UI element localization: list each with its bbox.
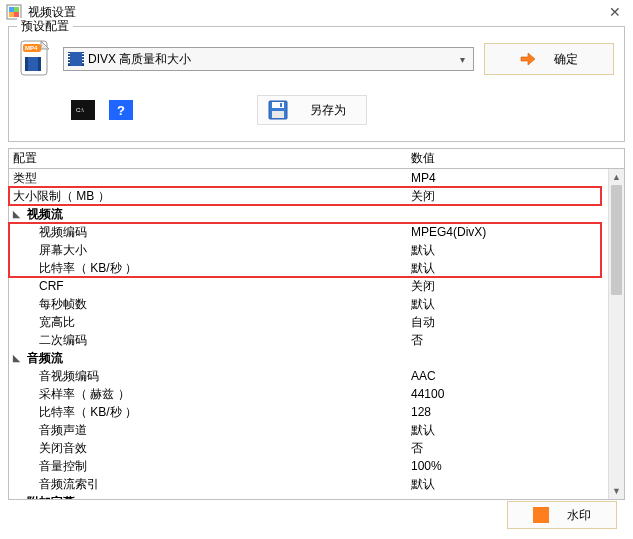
svg-rect-1	[9, 7, 14, 12]
preset-legend: 预设配置	[17, 18, 73, 35]
row-value: 否	[407, 332, 608, 349]
row-value: 关闭	[407, 188, 608, 205]
svg-rect-4	[14, 12, 19, 17]
watermark-button[interactable]: 水印	[507, 501, 617, 529]
confirm-button[interactable]: 确定	[484, 43, 614, 75]
row-value: 默认	[407, 476, 608, 493]
grid-item-row[interactable]: 比特率（ KB/秒 ）默认	[9, 259, 608, 277]
svg-rect-15	[68, 56, 70, 57]
row-label: 大小限制（ MB ）	[13, 188, 110, 205]
chevron-down-icon: ▾	[456, 54, 469, 65]
row-value: 44100	[407, 387, 608, 401]
row-label: 宽高比	[39, 314, 75, 331]
grid-group-row[interactable]: ◣视频流	[9, 205, 608, 223]
svg-rect-21	[82, 62, 84, 63]
svg-rect-27	[280, 103, 282, 107]
svg-rect-19	[82, 56, 84, 57]
col-value: 数值	[407, 150, 624, 167]
grid-item-row[interactable]: 视频编码MPEG4(DivX)	[9, 223, 608, 241]
svg-rect-3	[9, 12, 14, 17]
grid-item-row[interactable]: CRF关闭	[9, 277, 608, 295]
row-label: 采样率（ 赫兹 ）	[39, 386, 130, 403]
row-value: 默认	[407, 296, 608, 313]
grid-item-row[interactable]: 音频声道默认	[9, 421, 608, 439]
row-label: 类型	[13, 170, 37, 187]
cmd-button[interactable]: C:\	[71, 100, 95, 120]
svg-text:MP4: MP4	[25, 45, 38, 51]
row-label: 附加字幕	[27, 494, 75, 500]
triangle-collapse-icon[interactable]: ◣	[13, 209, 23, 219]
preset-select-text: DIVX 高质量和大小	[88, 51, 456, 68]
svg-rect-14	[68, 53, 70, 54]
titlebar: 视频设置 ✕	[0, 0, 633, 24]
row-value: MPEG4(DivX)	[407, 225, 608, 239]
grid-item-row[interactable]: 类型MP4	[9, 169, 608, 187]
grid-item-row[interactable]: 比特率（ KB/秒 ）128	[9, 403, 608, 421]
row-label: 屏幕大小	[39, 242, 87, 259]
close-icon[interactable]: ✕	[603, 4, 627, 20]
preset-groupbox: 预设配置 MP4 DIVX 高质量和大小 ▾	[8, 26, 625, 142]
grid-item-row[interactable]: 屏幕大小默认	[9, 241, 608, 259]
row-value: 100%	[407, 459, 608, 473]
triangle-collapse-icon[interactable]: ◣	[13, 497, 23, 499]
svg-rect-18	[82, 53, 84, 54]
row-value: 自动	[407, 314, 608, 331]
row-value: 默认	[407, 242, 608, 259]
svg-rect-10	[38, 57, 41, 71]
row-label: 比特率（ KB/秒 ）	[39, 404, 137, 421]
grid-item-row[interactable]: 每秒帧数默认	[9, 295, 608, 313]
svg-rect-16	[68, 59, 70, 60]
grid-item-row[interactable]: 二次编码否	[9, 331, 608, 349]
property-grid: 配置 数值 类型MP4大小限制（ MB ）关闭◣视频流视频编码MPEG4(Div…	[8, 148, 625, 500]
grid-header: 配置 数值	[9, 149, 624, 169]
triangle-collapse-icon[interactable]: ◣	[13, 353, 23, 363]
preset-select[interactable]: DIVX 高质量和大小 ▾	[63, 47, 474, 71]
help-button[interactable]: ?	[109, 100, 133, 120]
cmd-icon: C:\	[74, 104, 92, 116]
row-label: 每秒帧数	[39, 296, 87, 313]
row-label: 音频流	[27, 350, 63, 367]
svg-rect-17	[68, 62, 70, 63]
row-value: 否	[407, 440, 608, 457]
grid-item-row[interactable]: 宽高比自动	[9, 313, 608, 331]
grid-item-row[interactable]: 采样率（ 赫兹 ）44100	[9, 385, 608, 403]
row-label: 音频声道	[39, 422, 87, 439]
grid-group-row[interactable]: ◣音频流	[9, 349, 608, 367]
grid-item-row[interactable]: 音量控制100%	[9, 457, 608, 475]
row-label: 比特率（ KB/秒 ）	[39, 260, 137, 277]
row-value: 默认	[407, 422, 608, 439]
scroll-down-icon[interactable]: ▼	[609, 483, 624, 499]
svg-rect-26	[272, 111, 284, 118]
scroll-up-icon[interactable]: ▲	[609, 169, 624, 185]
square-icon	[533, 507, 549, 523]
svg-rect-9	[25, 57, 28, 71]
grid-item-row[interactable]: 大小限制（ MB ）关闭	[9, 187, 608, 205]
row-value: 关闭	[407, 278, 608, 295]
svg-rect-20	[82, 59, 84, 60]
row-label: 视频流	[27, 206, 63, 223]
watermark-label: 水印	[567, 507, 591, 524]
grid-group-row[interactable]: ◣附加字幕	[9, 493, 608, 499]
row-value: MP4	[407, 171, 608, 185]
svg-rect-11	[68, 52, 84, 66]
svg-rect-25	[272, 102, 284, 108]
grid-item-row[interactable]: 音频流索引默认	[9, 475, 608, 493]
film-icon	[68, 52, 84, 66]
col-config: 配置	[9, 150, 407, 167]
row-label: 音视频编码	[39, 368, 99, 385]
row-value: AAC	[407, 369, 608, 383]
svg-rect-2	[14, 7, 19, 12]
save-as-button[interactable]: 另存为	[257, 95, 367, 125]
row-label: 视频编码	[39, 224, 87, 241]
help-icon: ?	[117, 103, 125, 118]
confirm-label: 确定	[554, 51, 578, 68]
save-as-label: 另存为	[310, 102, 346, 119]
row-label: 音量控制	[39, 458, 87, 475]
grid-item-row[interactable]: 音视频编码AAC	[9, 367, 608, 385]
row-value: 128	[407, 405, 608, 419]
scroll-thumb[interactable]	[611, 185, 622, 295]
grid-item-row[interactable]: 关闭音效否	[9, 439, 608, 457]
row-label: CRF	[39, 279, 64, 293]
row-value: 默认	[407, 260, 608, 277]
scrollbar[interactable]: ▲ ▼	[608, 169, 624, 499]
